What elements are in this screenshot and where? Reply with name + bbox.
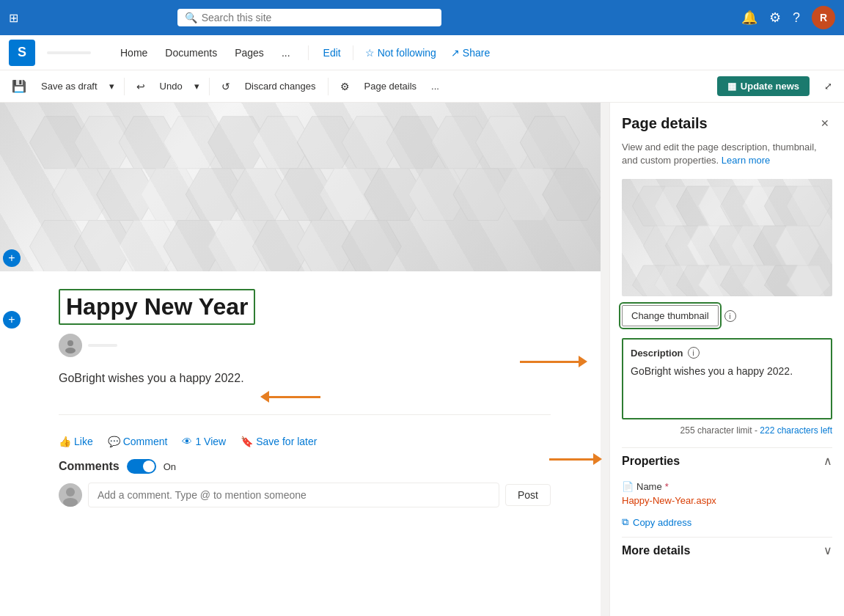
arrow-title-annotation xyxy=(260,391,320,403)
comment-icon: 💬 xyxy=(108,436,120,447)
post-button[interactable]: Post xyxy=(505,484,551,506)
copy-icon: ⧉ xyxy=(622,516,628,528)
thumbnail-preview xyxy=(622,179,832,296)
nav-not-following[interactable]: ☆ Not following xyxy=(359,47,442,59)
site-navigation: S Home Documents Pages ... Edit ☆ Not fo… xyxy=(0,35,844,70)
svg-marker-23 xyxy=(543,169,602,221)
update-news-button[interactable]: ▦ Update news xyxy=(717,76,810,96)
left-sidebar: + + xyxy=(0,103,23,616)
add-section-button-1[interactable]: + xyxy=(3,249,21,267)
main-layout: + + xyxy=(0,103,844,616)
undo-button[interactable]: Undo xyxy=(154,78,188,95)
add-section-button-2[interactable]: + xyxy=(3,311,21,329)
description-label: Description xyxy=(631,348,683,359)
undo-icon[interactable]: ↩ xyxy=(131,78,151,95)
more-details-header[interactable]: More details ∨ xyxy=(622,537,832,563)
description-info-icon[interactable]: i xyxy=(688,347,700,359)
comment-button[interactable]: 💬 Comment xyxy=(108,436,168,447)
toggle-label: On xyxy=(164,461,176,472)
toolbar-more[interactable]: ... xyxy=(425,78,445,95)
change-thumbnail-button[interactable]: Change thumbnail xyxy=(622,305,719,326)
help-icon[interactable]: ? xyxy=(793,10,800,26)
save-for-later-button[interactable]: 🔖 Save for later xyxy=(241,436,317,447)
discard-icon[interactable]: ↺ xyxy=(216,78,236,95)
description-textarea[interactable]: GoBright wishes you a happy 2022. xyxy=(631,364,823,408)
svg-point-33 xyxy=(65,348,76,353)
close-panel-button[interactable]: ✕ xyxy=(818,114,832,132)
arrow-desc-annotation xyxy=(549,453,602,465)
save-draft-dropdown[interactable]: ▾ xyxy=(106,70,118,102)
change-thumbnail-row: Change thumbnail i xyxy=(622,305,832,326)
right-panel: Page details ✕ View and edit the page de… xyxy=(609,103,844,616)
settings-icon[interactable]: ⚙ xyxy=(769,10,781,26)
file-icon: 📄 xyxy=(622,481,634,492)
svg-point-34 xyxy=(66,488,75,496)
name-label: 📄 Name * xyxy=(622,481,832,492)
article-title-box: Happy New Year xyxy=(59,289,255,325)
divider xyxy=(59,414,551,415)
search-bar[interactable]: 🔍 xyxy=(177,9,441,26)
comments-header: Comments On xyxy=(59,459,551,474)
view-count: 👁 1 View xyxy=(182,436,226,447)
comments-toggle[interactable] xyxy=(127,459,156,474)
site-logo: S xyxy=(9,40,35,66)
comments-section: Comments On Post xyxy=(59,459,551,507)
panel-header: Page details ✕ xyxy=(622,114,832,132)
nav-share[interactable]: ↗ Share xyxy=(445,47,496,59)
editor-toolbar: 💾 Save as draft ▾ ↩ Undo ▾ ↺ Discard cha… xyxy=(0,70,844,103)
article-title[interactable]: Happy New Year xyxy=(66,293,248,320)
content-area: Happy New Year GoBright wishes you a hap… xyxy=(0,103,609,616)
more-details-section: More details ∨ xyxy=(622,537,832,563)
comment-input-row: Post xyxy=(59,483,551,507)
top-nav-icons: 🔔 ⚙ ? R xyxy=(741,6,835,29)
expand-button[interactable]: ⤢ xyxy=(818,78,838,95)
search-icon: 🔍 xyxy=(185,12,197,23)
svg-marker-31 xyxy=(342,221,401,271)
article-title-wrapper: Happy New Year xyxy=(59,289,255,325)
description-header: Description i xyxy=(631,347,823,359)
nav-edit[interactable]: Edit xyxy=(318,47,347,59)
author-row xyxy=(59,334,551,357)
apps-icon[interactable]: ⊞ xyxy=(9,11,18,25)
save-as-draft-button[interactable]: Save as draft xyxy=(35,78,103,95)
social-bar: 👍 Like 💬 Comment 👁 1 View 🔖 Save for lat… xyxy=(59,430,551,453)
page-details-icon[interactable]: ⚙ xyxy=(334,78,356,95)
svg-point-35 xyxy=(63,498,78,507)
like-button[interactable]: 👍 Like xyxy=(59,436,93,447)
properties-collapse-icon: ∧ xyxy=(823,454,832,468)
undo-dropdown[interactable]: ▾ xyxy=(191,70,203,102)
panel-description: View and edit the page description, thum… xyxy=(622,141,832,167)
copy-address-button[interactable]: ⧉ Copy address xyxy=(622,513,832,531)
properties-header[interactable]: Properties ∧ xyxy=(622,447,832,474)
arrow-right-annotation xyxy=(520,356,587,367)
page-details-button[interactable]: Page details xyxy=(359,78,423,95)
article-body: GoBright wishes you a happy 2022. xyxy=(59,372,551,385)
name-property-row: 📄 Name * Happy-New-Year.aspx xyxy=(622,481,832,506)
author-avatar xyxy=(59,334,82,357)
name-value[interactable]: Happy-New-Year.aspx xyxy=(622,495,832,506)
char-limit-text: 255 character limit - 222 characters lef… xyxy=(622,425,832,436)
nav-pages[interactable]: Pages xyxy=(226,35,273,70)
author-name xyxy=(88,344,117,347)
discard-changes-button[interactable]: Discard changes xyxy=(239,78,322,95)
nav-home[interactable]: Home xyxy=(111,35,156,70)
search-input[interactable] xyxy=(202,12,434,23)
more-details-title: More details xyxy=(622,544,690,557)
commenter-avatar xyxy=(59,483,82,507)
notification-icon[interactable]: 🔔 xyxy=(741,10,757,26)
share-icon: ↗ xyxy=(451,47,460,59)
view-icon: 👁 xyxy=(182,436,192,447)
thumbnail-info-icon[interactable]: i xyxy=(724,310,736,322)
avatar[interactable]: R xyxy=(812,6,835,29)
star-icon: ☆ xyxy=(365,47,375,59)
nav-more[interactable]: ... xyxy=(273,35,299,70)
save-icon[interactable]: 💾 xyxy=(6,76,32,96)
nav-documents[interactable]: Documents xyxy=(156,35,226,70)
properties-title: Properties xyxy=(622,455,680,468)
learn-more-link[interactable]: Learn more xyxy=(722,155,770,166)
required-star: * xyxy=(665,481,669,492)
more-details-expand-icon: ∨ xyxy=(823,543,832,557)
description-section: Description i GoBright wishes you a happ… xyxy=(622,338,832,419)
comment-input[interactable] xyxy=(88,483,499,507)
hero-image xyxy=(0,103,609,271)
